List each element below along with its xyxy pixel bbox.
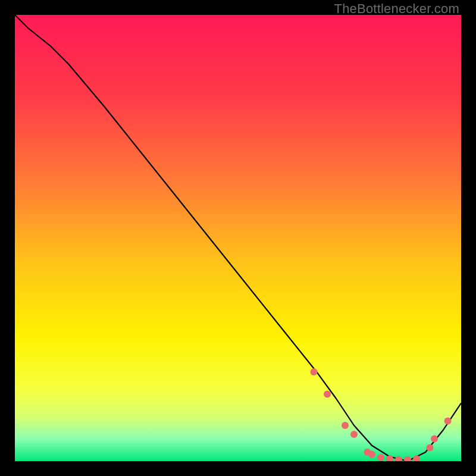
svg-point-0	[311, 368, 318, 375]
gradient-bg	[15, 15, 461, 461]
svg-point-2	[342, 422, 349, 429]
svg-point-12	[431, 436, 438, 443]
svg-point-11	[427, 444, 434, 452]
svg-point-13	[444, 418, 452, 425]
svg-point-5	[368, 451, 375, 458]
chart-frame	[15, 15, 461, 461]
svg-point-3	[350, 431, 358, 438]
chart-svg	[15, 15, 461, 461]
watermark-text: TheBottlenecker.com	[334, 1, 459, 17]
svg-point-6	[377, 454, 384, 461]
svg-point-1	[324, 391, 331, 398]
